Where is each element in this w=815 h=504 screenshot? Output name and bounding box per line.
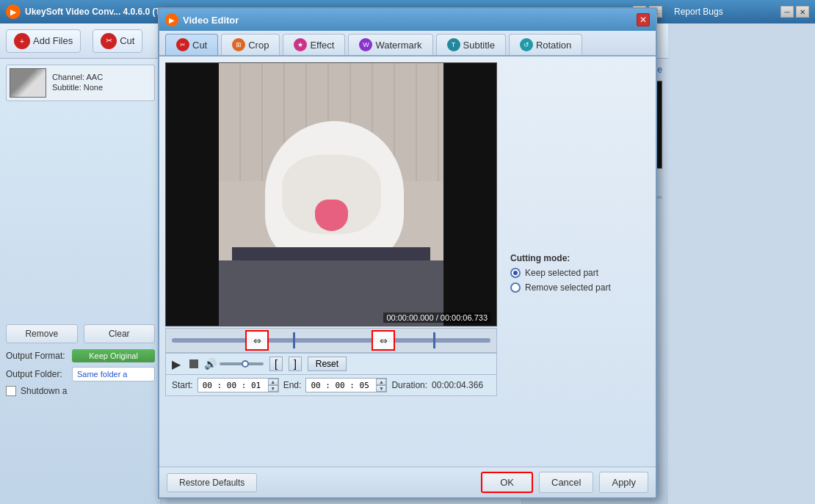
marker-left-icon: ⇔	[253, 335, 261, 346]
file-action-buttons: Remove Clear	[6, 324, 155, 343]
marker-left-handle[interactable]: ⇔	[245, 330, 269, 351]
time-inputs: Start: ▲ ▼ End: ▲ ▼ Duration:	[165, 375, 497, 396]
start-time-value[interactable]	[198, 379, 268, 392]
left-panel: Channel: AAC Subtitle: None Remove Clear…	[0, 59, 162, 504]
cutting-mode-label: Cutting mode:	[510, 253, 650, 263]
timeline-bar[interactable]: ⇔ ⇔	[165, 328, 497, 353]
output-format-row: Output Format: Keep Original	[6, 349, 155, 362]
mark-in-button[interactable]: [	[269, 357, 283, 371]
end-time-value[interactable]	[306, 379, 376, 392]
tab-cut-label: Cut	[192, 40, 207, 51]
file-info: Channel: AAC Subtitle: None	[52, 73, 103, 93]
clear-button[interactable]: Clear	[84, 324, 156, 343]
volume-control: 🔊	[204, 358, 264, 370]
duration-label: Duration:	[391, 380, 427, 390]
remove-selected-label: Remove selected part	[525, 282, 611, 293]
add-files-button[interactable]: + Add Files	[6, 29, 81, 53]
cancel-button[interactable]: Cancel	[539, 472, 593, 493]
dialog-right-panel: Cutting mode: Keep selected part Remove …	[503, 62, 650, 396]
keep-selected-row: Keep selected part	[510, 268, 650, 278]
channel-label: Channel:	[52, 73, 84, 81]
main-minimize-button[interactable]: ─	[780, 6, 794, 18]
keep-selected-radio[interactable]	[510, 268, 521, 278]
shutdown-label: Shutdown a	[21, 386, 67, 396]
stop-button[interactable]	[189, 359, 198, 368]
reset-button[interactable]: Reset	[308, 357, 347, 371]
main-close-button[interactable]: ✕	[796, 6, 809, 18]
report-bugs-bar: Report Bugs ─ ✕	[668, 0, 815, 23]
video-time-overlay: 00:00:00.000 / 00:00:06.733	[383, 313, 490, 323]
remove-button[interactable]: Remove	[6, 324, 78, 343]
vol-slider[interactable]	[220, 362, 264, 365]
end-time-up[interactable]: ▲	[376, 379, 386, 385]
end-time-spinner: ▲ ▼	[376, 379, 386, 392]
video-frame: 00:00:00.000 / 00:00:06.733	[165, 62, 497, 326]
crop-tab-icon: ⊞	[232, 38, 245, 51]
start-time-spinner: ▲ ▼	[268, 379, 278, 392]
effect-tab-icon: ★	[294, 38, 307, 51]
start-time-up[interactable]: ▲	[268, 379, 278, 385]
scrub-thumb-right[interactable]	[433, 332, 435, 348]
end-time-down[interactable]: ▼	[376, 385, 386, 392]
remove-selected-row: Remove selected part	[510, 282, 650, 293]
tab-crop-label: Crop	[248, 40, 269, 51]
dialog-app-icon: ▶	[165, 13, 178, 26]
cut-button[interactable]: ✂ Cut	[93, 29, 142, 53]
subtitle-label: Subtitle:	[52, 83, 82, 92]
video-section: 00:00:00.000 / 00:00:06.733 ⇔ ⇔ ▶	[165, 62, 497, 396]
channel-value: AAC	[87, 73, 104, 81]
tab-rotation[interactable]: ↺ Rotation	[509, 34, 582, 55]
dialog-title-bar: ▶ Video Editor ✕	[159, 9, 656, 31]
rotation-tab-icon: ↺	[520, 38, 533, 51]
shutdown-checkbox[interactable]	[6, 386, 16, 396]
ok-button[interactable]: OK	[481, 472, 533, 493]
tab-crop[interactable]: ⊞ Crop	[221, 34, 280, 55]
tab-effect[interactable]: ★ Effect	[283, 34, 345, 55]
dog-scene	[166, 63, 496, 326]
dialog-footer: Restore Defaults OK Cancel Apply	[159, 467, 656, 497]
dialog-close-button[interactable]: ✕	[637, 13, 650, 26]
duration-value: 00:00:04.366	[432, 380, 483, 390]
volume-icon: 🔊	[204, 358, 217, 370]
subtitle-value: None	[84, 83, 103, 92]
radio-filled-indicator	[513, 271, 518, 275]
subtitle-info: Subtitle: None	[52, 83, 103, 92]
footer-action-buttons: OK Cancel Apply	[481, 472, 648, 493]
start-label: Start:	[172, 380, 193, 390]
cut-label: Cut	[120, 35, 134, 46]
marker-right-handle[interactable]: ⇔	[372, 330, 395, 351]
tab-watermark[interactable]: W Watermark	[348, 34, 432, 55]
cut-tab-icon: ✂	[176, 38, 189, 51]
start-time-down[interactable]: ▼	[268, 385, 278, 392]
remove-selected-radio[interactable]	[510, 282, 521, 293]
channel-info: Channel: AAC	[52, 73, 103, 81]
cut-icon: ✂	[101, 33, 117, 49]
shutdown-row: Shutdown a	[6, 386, 155, 396]
output-format-value[interactable]: Keep Original	[72, 349, 155, 362]
start-time-input[interactable]: ▲ ▼	[198, 378, 279, 392]
dialog-body: 00:00:00.000 / 00:00:06.733 ⇔ ⇔ ▶	[159, 56, 656, 402]
playback-controls: ▶ 🔊 [ ] Reset	[165, 353, 497, 375]
tab-watermark-label: Watermark	[375, 40, 421, 51]
end-time-input[interactable]: ▲ ▼	[305, 378, 387, 392]
play-button[interactable]: ▶	[169, 357, 184, 371]
restore-defaults-button[interactable]: Restore Defaults	[167, 473, 257, 492]
add-files-icon: +	[14, 33, 30, 49]
scrub-thumb-left[interactable]	[293, 332, 295, 348]
apply-button[interactable]: Apply	[599, 472, 648, 493]
video-editor-dialog: ▶ Video Editor ✕ ✂ Cut ⊞ Crop ★ Effect W…	[158, 7, 657, 499]
add-files-label: Add Files	[33, 35, 73, 46]
tab-subtitle[interactable]: T Subtitle	[436, 34, 506, 55]
vol-thumb[interactable]	[242, 360, 249, 368]
mark-out-button[interactable]: ]	[289, 357, 302, 371]
watermark-tab-icon: W	[359, 38, 372, 51]
dialog-tabs: ✂ Cut ⊞ Crop ★ Effect W Watermark T Subt…	[159, 31, 656, 56]
output-format-label: Output Format:	[6, 351, 72, 361]
scrub-track[interactable]	[172, 338, 490, 343]
output-folder-label: Output Folder:	[6, 369, 72, 379]
dialog-title: Video Editor	[183, 15, 239, 26]
file-thumbnail	[10, 68, 46, 98]
output-folder-value[interactable]: Same folder a	[72, 367, 155, 381]
report-bugs-text[interactable]: Report Bugs	[674, 7, 723, 17]
tab-cut[interactable]: ✂ Cut	[165, 34, 218, 55]
